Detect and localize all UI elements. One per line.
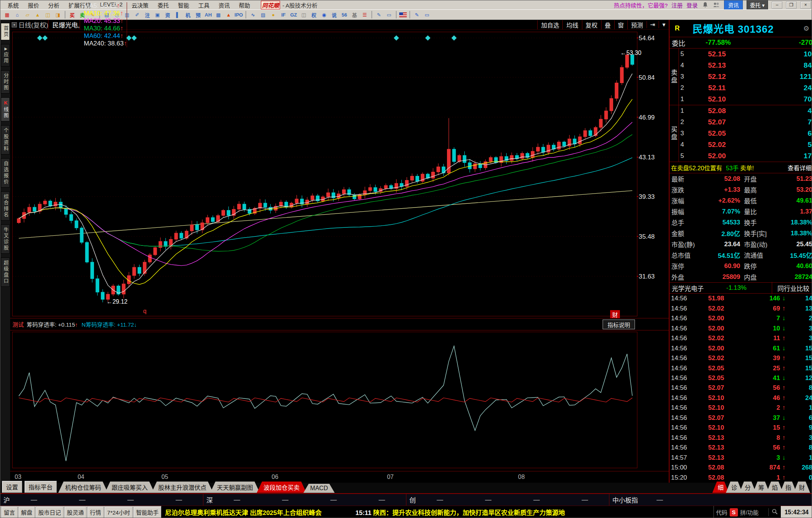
- menu-item[interactable]: 智能: [174, 0, 193, 10]
- menu-item[interactable]: 委托: [153, 0, 173, 10]
- tick-row[interactable]: 14:56 52.02 11 ↑ 3: [670, 333, 812, 343]
- news-ticker-2[interactable]: 15:11 陕西：提升农业科技创新能力，加快打造旱区农业新质生产力策源地: [356, 507, 565, 517]
- code-function-input[interactable]: 拼/功能: [738, 508, 769, 516]
- indicator-tab[interactable]: 股林主升浪潜伏点: [151, 482, 213, 493]
- indicator-test-label[interactable]: 测试: [12, 320, 24, 328]
- indicator-chart[interactable]: [10, 330, 669, 471]
- info-icon[interactable]: ◉: [320, 11, 329, 19]
- kline-chart[interactable]: 54.6450.8446.9943.1339.3335.4831.63←53.3…: [10, 30, 669, 318]
- chart-control[interactable]: 均线: [562, 20, 582, 29]
- bottom-button[interactable]: 股市日记: [36, 506, 64, 518]
- monitor-icon[interactable]: ▩: [214, 11, 223, 19]
- panel-tab[interactable]: 细: [712, 482, 729, 493]
- tab-button[interactable]: 指标平台: [24, 481, 57, 493]
- tick-row[interactable]: 14:56 52.13 8 ↑ 3: [670, 433, 812, 443]
- gear-icon[interactable]: ⚙: [803, 24, 809, 33]
- bottom-button[interactable]: 股灵通: [64, 506, 86, 518]
- jigou-icon[interactable]: 机: [183, 11, 192, 19]
- sell-row[interactable]: 4 52.13 84: [679, 60, 812, 71]
- news-button[interactable]: 资讯: [724, 0, 743, 10]
- index-segment[interactable]: 深 — — — —: [203, 494, 406, 506]
- community-icon[interactable]: [713, 2, 720, 8]
- sep[interactable]: [65, 11, 65, 18]
- buy-row[interactable]: 3 52.05 6: [679, 128, 812, 139]
- buy-row[interactable]: 5 52.00 17: [679, 150, 812, 162]
- ruler-icon[interactable]: ▭: [385, 11, 394, 19]
- tick-row[interactable]: 14:56 52.10 15 ↑ 9: [670, 423, 812, 433]
- bell-icon[interactable]: ◫: [43, 11, 52, 19]
- tick-row[interactable]: 14:56 52.02 39 ↑ 15: [670, 353, 812, 363]
- chart-period[interactable]: 日线(复权): [18, 20, 48, 29]
- if-icon[interactable]: IF: [279, 11, 288, 19]
- tick-row[interactable]: 14:56 52.00 61 ↓ 15: [670, 343, 812, 353]
- search-icon[interactable]: [772, 509, 778, 516]
- annotate-icon[interactable]: 注: [143, 11, 152, 19]
- sell-row[interactable]: 1 52.10 70: [679, 94, 812, 105]
- chart-icon[interactable]: ▨: [259, 11, 268, 19]
- chart-control[interactable]: 窗: [614, 20, 627, 29]
- sidebar-item[interactable]: 分时图: [1, 70, 10, 94]
- bottom-button[interactable]: 7*24小时: [105, 506, 133, 518]
- quan-icon[interactable]: 权: [309, 11, 318, 19]
- indicator-tab[interactable]: 机构仓位筹码: [58, 482, 108, 493]
- sep[interactable]: [245, 11, 246, 18]
- sidebar-item[interactable]: 超级盘口: [1, 257, 10, 287]
- bottom-button[interactable]: 智能助手: [133, 506, 161, 518]
- tick-row[interactable]: 14:56 52.07 56 ↑ 8: [670, 383, 812, 393]
- tick-row[interactable]: 14:56 52.02 69 ↑ 13: [670, 303, 812, 313]
- bottom-button[interactable]: 解盘: [18, 506, 35, 518]
- panel-tab[interactable]: 诊: [726, 482, 742, 493]
- index-segment[interactable]: 沪 — — — —: [0, 494, 203, 506]
- register-link[interactable]: 注册: [671, 1, 683, 9]
- tick-row[interactable]: 14:56 52.00 10 ↓ 3: [670, 323, 812, 333]
- num56-icon[interactable]: 56: [340, 11, 349, 19]
- buy-row[interactable]: 4 52.02 5: [679, 139, 812, 150]
- menu-item[interactable]: 分析: [44, 0, 64, 10]
- finance-badge[interactable]: 财: [610, 310, 620, 318]
- pencil-icon[interactable]: ✎: [374, 11, 383, 19]
- indicator-tab[interactable]: 波段加仓买卖: [257, 482, 306, 493]
- chart-control[interactable]: ⇥: [647, 21, 659, 28]
- zixun-icon[interactable]: 资: [163, 11, 172, 19]
- restore-button[interactable]: ❐: [786, 2, 797, 9]
- chart-control[interactable]: 加自选: [537, 20, 562, 29]
- menu-item[interactable]: 报价: [24, 0, 43, 10]
- menu-item[interactable]: 帮助: [235, 0, 254, 10]
- pie-icon[interactable]: ◨: [53, 11, 62, 19]
- pen-icon[interactable]: ✐: [133, 11, 142, 19]
- tick-row[interactable]: 14:56 52.10 2 ↑ 1: [670, 403, 812, 413]
- ah-icon[interactable]: AH: [204, 11, 213, 19]
- hot-topic-link[interactable]: 热点持续性，它最强?: [614, 1, 668, 9]
- tick-row[interactable]: 14:56 51.98 146 ↓ 14: [670, 294, 812, 303]
- indicator-tab[interactable]: 跟庄吸筹买入: [105, 482, 155, 493]
- sector-name[interactable]: 光学光电子: [672, 283, 704, 293]
- wave-icon[interactable]: ∿: [248, 11, 258, 19]
- notification-bell-icon[interactable]: [701, 2, 709, 8]
- draw-icon[interactable]: ✎: [412, 11, 421, 19]
- tick-row[interactable]: 14:56 52.05 41 ↓ 12: [670, 373, 812, 383]
- panel-tab[interactable]: 财: [794, 482, 810, 493]
- sep[interactable]: [409, 11, 410, 18]
- bank-icon[interactable]: ◫: [299, 11, 308, 19]
- minimize-button[interactable]: –: [772, 2, 782, 9]
- buy-row[interactable]: 2 52.07 7: [679, 117, 812, 128]
- index-segment[interactable]: 创 — — — —: [406, 494, 609, 506]
- tick-row[interactable]: 14:56 52.10 46 ↑ 24: [670, 393, 812, 403]
- sidebar-item[interactable]: 综合排名: [1, 191, 10, 221]
- yuce-icon[interactable]: 预: [194, 11, 203, 19]
- ipo-icon[interactable]: IPO: [234, 11, 243, 19]
- login-link[interactable]: 登录: [686, 1, 698, 9]
- sidebar-item[interactable]: ▶应用: [1, 44, 10, 67]
- menu-item[interactable]: 资讯: [214, 0, 234, 10]
- trade-button[interactable]: 委托 ▾: [747, 0, 768, 10]
- index-segment[interactable]: 中小板指 —: [609, 494, 812, 506]
- panel-tab[interactable]: 筹: [753, 482, 770, 493]
- up-arrow-icon[interactable]: ▲: [33, 11, 42, 19]
- panel-tab[interactable]: 分: [739, 482, 756, 493]
- sidebar-item[interactable]: 首页: [1, 23, 10, 40]
- tick-row[interactable]: 14:56 52.13 56 ↑ 8: [670, 443, 812, 453]
- bars-icon[interactable]: ▌: [173, 11, 182, 19]
- gz-icon[interactable]: GZ: [289, 11, 298, 19]
- home-icon[interactable]: ⌂: [13, 11, 22, 19]
- chart-control[interactable]: 叠: [601, 20, 614, 29]
